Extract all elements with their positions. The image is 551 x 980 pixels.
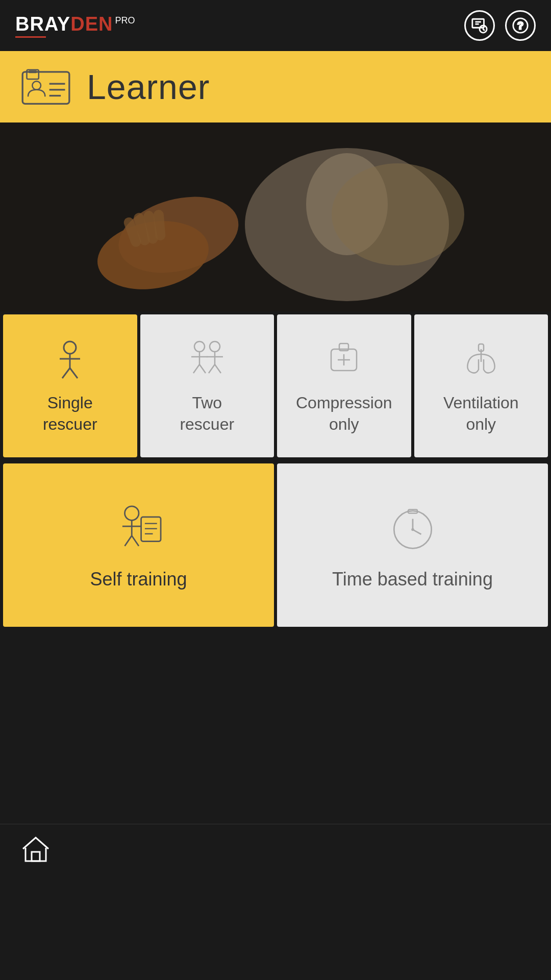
- svg-rect-23: [0, 122, 551, 311]
- single-rescuer-button[interactable]: Singlerescuer: [3, 314, 137, 457]
- two-rescuer-button[interactable]: Tworescuer: [140, 314, 274, 457]
- header-icons: ?: [464, 10, 536, 41]
- help-button[interactable]: ?: [505, 10, 536, 41]
- single-rescuer-label: Singlerescuer: [43, 393, 97, 435]
- app-logo: BRAYDEN PRO: [15, 13, 135, 38]
- svg-line-32: [193, 364, 199, 373]
- logo-text: BRAYDEN: [15, 13, 113, 35]
- svg-rect-6: [22, 72, 69, 104]
- two-rescuer-icon: [184, 336, 230, 382]
- self-training-button[interactable]: Self training: [3, 463, 274, 627]
- help-icon: ?: [512, 17, 529, 34]
- time-based-training-label: Time based training: [332, 568, 493, 592]
- svg-point-57: [411, 528, 414, 531]
- svg-text:?: ?: [517, 20, 523, 31]
- app-header: BRAYDEN PRO ?: [0, 0, 551, 51]
- svg-rect-58: [32, 852, 40, 861]
- modes-bottom-grid: Self training Time based training: [0, 463, 551, 630]
- svg-line-33: [199, 364, 206, 373]
- svg-line-28: [70, 368, 78, 378]
- logo-pro: PRO: [115, 15, 135, 26]
- svg-line-27: [62, 368, 70, 378]
- self-training-icon: [111, 499, 167, 555]
- single-rescuer-icon: [47, 336, 93, 382]
- home-button[interactable]: [20, 834, 51, 866]
- history-button[interactable]: [464, 10, 495, 41]
- logo-underline: [15, 36, 46, 38]
- id-card-icon: [20, 66, 71, 107]
- two-rescuer-label: Tworescuer: [180, 393, 234, 435]
- svg-rect-8: [29, 70, 37, 73]
- svg-point-44: [124, 506, 139, 520]
- svg-line-47: [124, 535, 132, 546]
- compression-only-icon: [321, 336, 367, 382]
- logo-row: BRAYDEN PRO: [15, 13, 135, 35]
- svg-line-48: [132, 535, 139, 546]
- svg-point-24: [64, 341, 76, 354]
- svg-point-34: [210, 341, 220, 352]
- ventilation-only-icon: [458, 336, 504, 382]
- app-footer: [0, 824, 551, 875]
- modes-top-grid: Singlerescuer Tworescuer Compres: [0, 311, 551, 463]
- cpr-hero-image: [0, 122, 551, 311]
- self-training-label: Self training: [90, 568, 187, 592]
- home-icon: [20, 834, 51, 864]
- history-icon: [471, 17, 488, 34]
- bottom-spacer: [0, 630, 551, 824]
- time-based-training-icon: [385, 499, 441, 555]
- time-based-training-button[interactable]: Time based training: [277, 463, 548, 627]
- svg-line-56: [413, 529, 421, 534]
- svg-line-37: [209, 364, 215, 373]
- page-title: Learner: [87, 67, 210, 107]
- compression-only-button[interactable]: Compressiononly: [277, 314, 411, 457]
- ventilation-only-button[interactable]: Ventilationonly: [414, 314, 548, 457]
- svg-point-29: [194, 341, 205, 352]
- logo-den: DEN: [70, 13, 113, 35]
- svg-point-9: [32, 81, 41, 90]
- title-bar: Learner: [0, 51, 551, 122]
- ventilation-only-label: Ventilationonly: [443, 393, 519, 435]
- compression-only-label: Compressiononly: [296, 393, 392, 435]
- cpr-illustration: [0, 122, 551, 311]
- svg-line-38: [215, 364, 221, 373]
- logo-bray: BRAY: [15, 13, 70, 35]
